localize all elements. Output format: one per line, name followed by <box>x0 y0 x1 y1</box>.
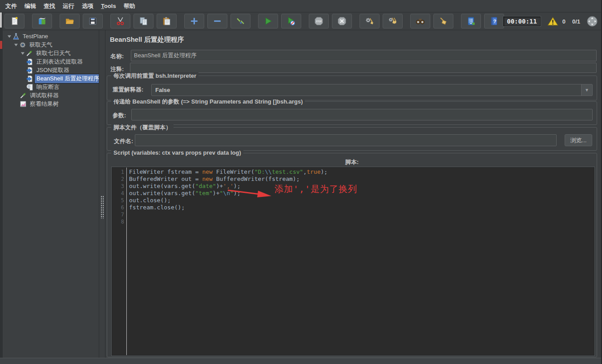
remove-icon <box>213 16 222 26</box>
function-helper-button[interactable] <box>461 14 481 28</box>
toolbar-group <box>60 14 103 28</box>
expander-triangle-icon[interactable] <box>20 51 26 56</box>
menu-item-help[interactable]: 帮助 <box>124 2 135 10</box>
test-plan-icon <box>12 33 20 40</box>
code-token: FileWriter fstream = <box>129 168 202 175</box>
tree-node-regex-extractor[interactable]: 正则表达式提取器 <box>3 57 99 66</box>
expander-triangle-icon[interactable] <box>13 43 19 47</box>
new-file-button[interactable] <box>4 14 24 28</box>
code-line[interactable] <box>129 218 594 225</box>
tree-node-label[interactable]: 察看结果树 <box>28 100 61 108</box>
code-line[interactable]: FileWriter fstream = new FileWriter("D:\… <box>129 168 594 176</box>
expander-triangle-icon[interactable] <box>6 34 12 39</box>
toolbar-group <box>258 14 301 28</box>
copy-button[interactable] <box>133 14 154 28</box>
post-processor-icon <box>26 58 33 65</box>
tree-node-json-extractor[interactable]: JSON提取器 <box>3 66 99 74</box>
tree-node-label[interactable]: 正则表达式提取器 <box>35 57 85 66</box>
split-pane-divider[interactable] <box>99 30 105 358</box>
code-token: test.csv" <box>272 168 303 175</box>
tree-node-label[interactable]: 响应断言 <box>35 83 61 92</box>
line-number: 5 <box>112 197 124 204</box>
help-button[interactable]: ? <box>484 14 504 28</box>
script-editor[interactable]: 12345678 添加','是为了换列 FileWriter fstream =… <box>112 167 594 356</box>
line-number: 4 <box>112 190 124 197</box>
parameters-group: 传递给 BeanShell 的参数 (=> String Parameters … <box>107 101 597 125</box>
code-token: fstream.close(); <box>129 204 185 211</box>
templates-button[interactable] <box>32 14 52 28</box>
menu-item-search[interactable]: 查找 <box>44 2 55 10</box>
clear-all-icon <box>388 16 397 26</box>
save-icon <box>88 16 97 26</box>
search-button[interactable] <box>410 14 430 28</box>
tree-node-test-plan[interactable]: TestPlane <box>3 32 99 40</box>
menu-item-file[interactable]: 文件 <box>5 2 17 10</box>
add-button[interactable] <box>184 14 204 28</box>
file-name-input[interactable] <box>135 134 557 146</box>
code-line[interactable]: out.write(vars.get("tem")+"\n"); <box>129 190 594 197</box>
background-window-fragment-red <box>0 41 2 49</box>
tree-node-label[interactable]: 调试取样器 <box>28 91 61 100</box>
function-helper-icon <box>466 16 476 26</box>
tree-node-thread-group[interactable]: 获取天气 <box>3 40 99 49</box>
toolbar-group <box>410 14 453 28</box>
chevron-down-icon[interactable]: ▼ <box>581 84 592 96</box>
line-number: 8 <box>112 218 124 225</box>
menu-item-run[interactable]: 运行 <box>63 2 74 10</box>
tree-node-label[interactable]: 获取天气 <box>28 40 54 49</box>
parameters-input[interactable] <box>131 109 593 120</box>
toggle-button[interactable] <box>230 14 250 28</box>
elapsed-timer-value: 00:00:11 <box>507 18 537 25</box>
browse-button[interactable]: 浏览... <box>565 134 592 146</box>
svg-text:STOP: STOP <box>316 20 322 23</box>
annotation-text: 添加','是为了换列 <box>275 185 357 192</box>
code-line[interactable] <box>129 211 594 218</box>
menu-item-options[interactable]: 选项 <box>82 2 93 10</box>
log-errors-indicator[interactable]: 0 <box>547 16 566 26</box>
start-button[interactable] <box>258 14 278 28</box>
menu-item-tools[interactable]: Tools <box>101 3 116 9</box>
start-no-timers-button[interactable] <box>281 14 301 28</box>
menu-item-edit[interactable]: 编辑 <box>24 2 36 10</box>
code-token: BufferedWriter out = <box>129 176 202 182</box>
tree-node-http-sampler[interactable]: 获取七日天气 <box>3 49 99 57</box>
open-file-button[interactable] <box>60 14 80 28</box>
paste-icon <box>162 16 171 26</box>
cut-icon <box>116 16 125 26</box>
comment-input[interactable] <box>130 63 597 73</box>
code-token: out.close(); <box>129 197 171 204</box>
clear-all-button[interactable] <box>383 14 403 28</box>
tree-node-label[interactable]: BeanShell 后置处理程序 <box>35 74 99 83</box>
tree-node-label[interactable]: JSON提取器 <box>35 66 71 75</box>
toolbar-group <box>184 14 250 28</box>
name-input[interactable] <box>131 50 597 61</box>
clear-search-button[interactable] <box>433 14 453 28</box>
tree-node-beanshell-postprocessor[interactable]: BeanShell 后置处理程序 <box>3 74 99 83</box>
script-label: 脚本: <box>107 158 597 166</box>
shutdown-button[interactable] <box>332 14 352 28</box>
reset-group-title: 每次调用前重置 bsh.Interpreter <box>111 72 198 80</box>
reset-interpreter-select[interactable]: False ▼ <box>151 84 593 96</box>
code-line[interactable]: BufferedWriter out = new BufferedWriter(… <box>129 176 594 183</box>
code-area[interactable]: 添加','是为了换列 FileWriter fstream = new File… <box>127 168 594 355</box>
tree-node-view-results-tree[interactable]: 察看结果树 <box>3 100 99 108</box>
stop-button[interactable]: STOP <box>309 14 329 28</box>
tree-node-label[interactable]: TestPlane <box>21 32 50 40</box>
tree-node-label[interactable]: 获取七日天气 <box>34 49 73 58</box>
code-line[interactable]: out.write(vars.get("date")+','); <box>129 183 594 190</box>
code-line[interactable]: out.close(); <box>129 197 594 204</box>
code-token: new <box>202 168 212 175</box>
test-plan-tree: TestPlane获取天气获取七日天气正则表达式提取器JSON提取器BeanSh… <box>3 30 99 358</box>
save-button[interactable] <box>83 14 103 28</box>
remove-button[interactable] <box>207 14 227 28</box>
tree-node-response-assertion[interactable]: 响应断言 <box>3 83 99 91</box>
cut-button[interactable] <box>110 14 130 28</box>
clear-button[interactable] <box>360 14 380 28</box>
tree-node-debug-sampler[interactable]: 调试取样器 <box>3 91 99 100</box>
thread-count: 0/1 <box>572 18 580 25</box>
sampler-icon <box>20 92 27 99</box>
paste-button[interactable] <box>157 14 177 28</box>
line-number: 2 <box>112 176 124 183</box>
divider-grip[interactable] <box>101 196 104 219</box>
code-line[interactable]: fstream.close(); <box>129 204 594 211</box>
